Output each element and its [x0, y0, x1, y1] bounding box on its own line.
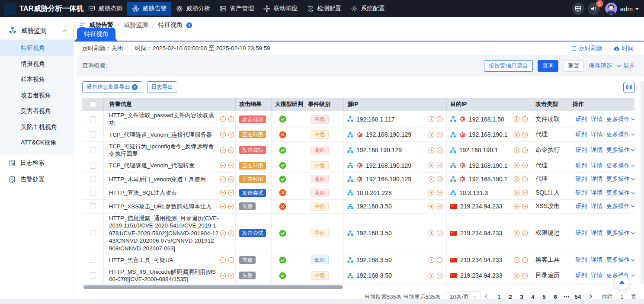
search-button[interactable]: 查询 [538, 60, 558, 72]
exclude-filter-icon[interactable] [436, 116, 443, 122]
select-all-checkbox[interactable] [90, 101, 96, 107]
exclude-filter-icon[interactable] [228, 272, 234, 279]
exclude-filter-icon[interactable] [522, 257, 528, 263]
alert-info-text[interactable]: HTTP_文件读取_passwd文件内容读取成功 [109, 112, 219, 127]
detail-link[interactable]: 详情 [591, 162, 602, 170]
judge-link[interactable]: 研判 [575, 162, 587, 170]
exclude-filter-icon[interactable] [228, 257, 234, 263]
add-filter-icon[interactable] [220, 147, 226, 154]
sidebar-item-6[interactable]: 失陷主机视角 [0, 119, 73, 135]
row-checkbox[interactable] [90, 272, 96, 278]
detail-link[interactable]: 详情 [591, 175, 602, 183]
row-checkbox[interactable] [90, 116, 96, 122]
judge-link[interactable]: 研判 [575, 189, 587, 197]
user-caret-icon[interactable] [635, 7, 639, 10]
dst-ip-value[interactable]: 10.3.131.3 [459, 189, 488, 196]
more-actions-link[interactable]: 更多操作 [606, 202, 635, 210]
add-filter-icon[interactable] [428, 203, 435, 210]
add-filter-icon[interactable] [220, 230, 226, 237]
exclude-filter-icon[interactable] [228, 189, 234, 196]
row-checkbox[interactable] [90, 230, 96, 236]
exclude-filter-icon[interactable] [436, 147, 443, 154]
src-ip-value[interactable]: 192.168.190.129 [366, 131, 411, 138]
menu-fold-icon[interactable] [79, 22, 86, 28]
add-filter-icon[interactable] [513, 147, 520, 154]
add-filter-icon[interactable] [220, 257, 226, 263]
exclude-filter-icon[interactable] [436, 272, 443, 279]
row-checkbox[interactable] [90, 203, 96, 209]
dst-ip-value[interactable]: 192.168.190.1 [469, 176, 508, 182]
alert-info-text[interactable]: HTTP_XSS攻击_URL参数跨站脚本注入 [109, 203, 219, 211]
exclude-filter-icon[interactable] [228, 176, 234, 182]
add-filter-icon[interactable] [428, 131, 435, 138]
row-checkbox[interactable] [90, 147, 96, 153]
judge-link[interactable]: 研判 [575, 202, 587, 210]
src-ip-value[interactable]: 192.168.190.129 [366, 162, 411, 169]
dst-ip-value[interactable]: 192.168.190.1 [459, 147, 498, 154]
dst-ip-value[interactable]: 219.234.94.233 [460, 203, 502, 210]
add-filter-icon[interactable] [513, 162, 520, 169]
exclude-filter-icon[interactable] [228, 203, 234, 210]
sidebar-link-2[interactable]: 告警处置 [0, 172, 73, 187]
alert-info-text[interactable]: HTTP_算法_SQL注入攻击 [109, 189, 219, 197]
sidebar-item-5[interactable]: 受害者视角 [0, 103, 73, 119]
add-filter-icon[interactable] [428, 176, 435, 182]
exclude-filter-icon[interactable] [436, 203, 443, 210]
judge-link[interactable]: 研判 [575, 175, 587, 183]
exclude-filter-icon[interactable] [228, 230, 234, 237]
row-checkbox[interactable] [90, 131, 96, 138]
exclude-filter-icon[interactable] [436, 131, 443, 138]
add-filter-icon[interactable] [428, 189, 435, 196]
dst-ip-value[interactable]: 192.168.190.1 [469, 131, 508, 138]
breadcrumb-item-mid[interactable]: 威胁监测 [124, 21, 148, 29]
add-filter-icon[interactable] [513, 272, 520, 279]
dst-ip-value[interactable]: 219.234.94.233 [460, 256, 502, 263]
exclude-filter-icon[interactable] [228, 162, 234, 169]
time-button[interactable]: 时间 [613, 45, 634, 52]
timed-refresh-button[interactable]: 定时刷新 [571, 45, 602, 52]
add-filter-icon[interactable] [428, 116, 435, 122]
exclude-filter-icon[interactable] [522, 147, 528, 154]
alert-info-text[interactable]: TCP_可疑行为_ipconfig命令_反弹远程命令执行回显 [109, 143, 219, 158]
sidebar-item-1[interactable]: 特征视角 [0, 40, 73, 56]
row-checkbox[interactable] [90, 257, 96, 263]
add-filter-icon[interactable] [428, 230, 435, 237]
alert-info-text[interactable]: HTTP_MS_IIS_Unicode解码漏洞利用[MS00-078][CVE-… [109, 268, 219, 283]
alert-info-text[interactable]: TCP_代理隧道_Venom_连接代理服务器 [109, 131, 219, 139]
add-filter-icon[interactable] [220, 203, 226, 210]
detail-link[interactable]: 详情 [591, 256, 602, 264]
detail-link[interactable]: 详情 [591, 131, 602, 138]
save-filter-link[interactable]: 保存筛选 [589, 62, 612, 70]
exclude-filter-icon[interactable] [522, 116, 528, 122]
sidebar-item-2[interactable]: 情报视角 [0, 56, 73, 72]
judge-link[interactable]: 研判 [575, 256, 587, 264]
exclude-filter-icon[interactable] [522, 272, 528, 279]
src-ip-value[interactable]: 192.168.3.50 [356, 230, 392, 237]
sidebar-group-threat-monitor[interactable]: 威胁监测 [0, 23, 73, 38]
exclude-filter-icon[interactable] [522, 176, 528, 182]
sidebar-item-3[interactable]: 样本视角 [0, 72, 73, 88]
dst-ip-value[interactable]: 219.234.94.233 [460, 272, 502, 279]
add-filter-icon[interactable] [428, 272, 435, 279]
exclude-filter-icon[interactable] [436, 230, 443, 237]
reset-button[interactable]: 重置 [563, 60, 584, 72]
exclude-filter-icon[interactable] [522, 162, 528, 169]
alert-info-text[interactable]: HTTP_信息泄露_通用检测_目录遍历[CVE-2019-11510/CVE-2… [109, 214, 219, 253]
judge-link[interactable]: 研判 [575, 146, 587, 154]
horizontal-scrollbar-thumb[interactable] [83, 285, 343, 289]
add-filter-icon[interactable] [513, 189, 520, 196]
sidebar-item-7[interactable]: ATT&CK视角 [0, 135, 73, 151]
add-filter-icon[interactable] [513, 116, 520, 122]
column-config-button[interactable] [623, 82, 635, 93]
breadcrumb-item-last[interactable]: 特征视角 [158, 21, 183, 29]
more-actions-link[interactable]: 更多操作 [606, 162, 635, 170]
topnav-item-3[interactable]: 威胁分析 [171, 2, 215, 16]
src-ip-value[interactable]: 192.168.1.117 [356, 116, 395, 123]
more-actions-link[interactable]: 更多操作 [606, 146, 635, 154]
judge-link[interactable]: 研判 [575, 229, 587, 237]
alert-info-text[interactable]: HTTP_木马后门_venom穿透工具使用 [109, 176, 219, 183]
dst-ip-value[interactable]: 192.168.1.50 [469, 116, 504, 123]
exclude-filter-icon[interactable] [522, 230, 528, 237]
add-filter-icon[interactable] [220, 131, 226, 138]
exclude-filter-icon[interactable] [522, 131, 528, 138]
